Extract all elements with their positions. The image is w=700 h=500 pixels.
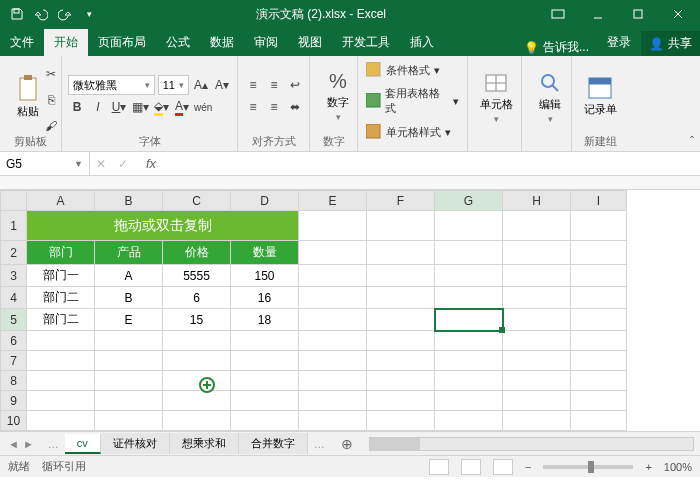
record-form-button[interactable]: 记录单: [578, 76, 622, 117]
cell[interactable]: [435, 351, 503, 371]
view-break-icon[interactable]: [493, 459, 513, 475]
header-cell[interactable]: 数量: [231, 241, 299, 265]
cell[interactable]: [163, 351, 231, 371]
cell[interactable]: [367, 309, 435, 331]
cell[interactable]: [503, 309, 571, 331]
cell[interactable]: [435, 287, 503, 309]
cell[interactable]: 18: [231, 309, 299, 331]
cell[interactable]: 部门一: [27, 265, 95, 287]
italic-icon[interactable]: I: [89, 97, 107, 117]
fill-color-icon[interactable]: ⬙▾: [152, 97, 170, 117]
merge-icon[interactable]: ⬌: [286, 97, 304, 117]
wrap-arrow-icon[interactable]: ↩: [286, 75, 304, 95]
cell[interactable]: [503, 241, 571, 265]
cell[interactable]: [231, 371, 299, 391]
cell[interactable]: B: [95, 287, 163, 309]
cell[interactable]: [503, 371, 571, 391]
tab-layout[interactable]: 页面布局: [88, 29, 156, 56]
sheet-tab[interactable]: 合并数字: [239, 433, 308, 454]
column-header[interactable]: I: [571, 191, 627, 211]
column-header[interactable]: C: [163, 191, 231, 211]
cell[interactable]: [435, 265, 503, 287]
cell-styles-button[interactable]: 单元格样式 ▾: [364, 122, 461, 142]
undo-icon[interactable]: [30, 3, 52, 25]
tab-data[interactable]: 数据: [200, 29, 244, 56]
view-normal-icon[interactable]: [429, 459, 449, 475]
cell[interactable]: A: [95, 265, 163, 287]
sheet-tab[interactable]: 想乘求和: [170, 433, 239, 454]
cell[interactable]: [95, 391, 163, 411]
cell[interactable]: [163, 391, 231, 411]
cell[interactable]: [571, 287, 627, 309]
namebox-dropdown-icon[interactable]: ▼: [74, 159, 83, 169]
cell[interactable]: [95, 411, 163, 431]
view-layout-icon[interactable]: [461, 459, 481, 475]
column-header[interactable]: A: [27, 191, 95, 211]
cell[interactable]: [299, 371, 367, 391]
tab-file[interactable]: 文件: [0, 29, 44, 56]
cell[interactable]: [367, 391, 435, 411]
column-header[interactable]: H: [503, 191, 571, 211]
row-header[interactable]: 1: [1, 211, 27, 241]
cell[interactable]: 6: [163, 287, 231, 309]
horizontal-scrollbar[interactable]: [369, 437, 694, 451]
zoom-in-icon[interactable]: +: [645, 461, 651, 473]
align-top-icon[interactable]: ≡: [244, 75, 262, 95]
cell[interactable]: [503, 287, 571, 309]
cell[interactable]: [367, 371, 435, 391]
column-header[interactable]: G: [435, 191, 503, 211]
row-header[interactable]: 9: [1, 391, 27, 411]
tab-developer[interactable]: 开发工具: [332, 29, 400, 56]
cell[interactable]: [435, 391, 503, 411]
add-sheet-icon[interactable]: ⊕: [331, 436, 363, 452]
cell[interactable]: [231, 391, 299, 411]
qat-customize-icon[interactable]: ▾: [78, 3, 100, 25]
cell[interactable]: 16: [231, 287, 299, 309]
zoom-slider[interactable]: [543, 465, 633, 469]
cell[interactable]: [299, 331, 367, 351]
cell[interactable]: [95, 371, 163, 391]
tab-formulas[interactable]: 公式: [156, 29, 200, 56]
cell[interactable]: [367, 211, 435, 241]
cell[interactable]: [367, 331, 435, 351]
cell[interactable]: [571, 211, 627, 241]
cell[interactable]: [367, 287, 435, 309]
cell[interactable]: [27, 411, 95, 431]
save-icon[interactable]: [6, 3, 28, 25]
share-button[interactable]: 👤共享: [641, 31, 700, 56]
close-icon[interactable]: [660, 0, 696, 28]
cell[interactable]: [435, 211, 503, 241]
cell[interactable]: [163, 331, 231, 351]
sheet-tab-active[interactable]: cv: [65, 434, 101, 454]
cell[interactable]: [367, 351, 435, 371]
cell[interactable]: [503, 211, 571, 241]
cell[interactable]: [299, 411, 367, 431]
cell[interactable]: [27, 391, 95, 411]
row-header[interactable]: 4: [1, 287, 27, 309]
collapse-ribbon-icon[interactable]: ˆ: [690, 135, 694, 149]
tab-insert[interactable]: 插入: [400, 29, 444, 56]
cell[interactable]: [435, 309, 503, 331]
cell[interactable]: [27, 351, 95, 371]
font-size-combo[interactable]: 11▾: [158, 75, 189, 95]
column-header[interactable]: E: [299, 191, 367, 211]
increase-font-icon[interactable]: A▴: [192, 75, 210, 95]
cell[interactable]: [299, 351, 367, 371]
header-cell[interactable]: 部门: [27, 241, 95, 265]
font-name-combo[interactable]: 微软雅黑▾: [68, 75, 155, 95]
tell-me[interactable]: 💡告诉我...: [516, 39, 597, 56]
underline-icon[interactable]: U▾: [110, 97, 128, 117]
sheet-next-icon[interactable]: ►: [23, 438, 34, 450]
copy-icon[interactable]: ⎘: [42, 90, 60, 110]
tab-home[interactable]: 开始: [44, 29, 88, 56]
cell[interactable]: 15: [163, 309, 231, 331]
cell[interactable]: [435, 411, 503, 431]
bold-icon[interactable]: B: [68, 97, 86, 117]
cell[interactable]: [503, 331, 571, 351]
align-left-icon[interactable]: ≡: [244, 97, 262, 117]
tab-view[interactable]: 视图: [288, 29, 332, 56]
cell[interactable]: 部门二: [27, 287, 95, 309]
cell[interactable]: [503, 411, 571, 431]
phonetic-icon[interactable]: wén: [194, 97, 212, 117]
cell[interactable]: E: [95, 309, 163, 331]
